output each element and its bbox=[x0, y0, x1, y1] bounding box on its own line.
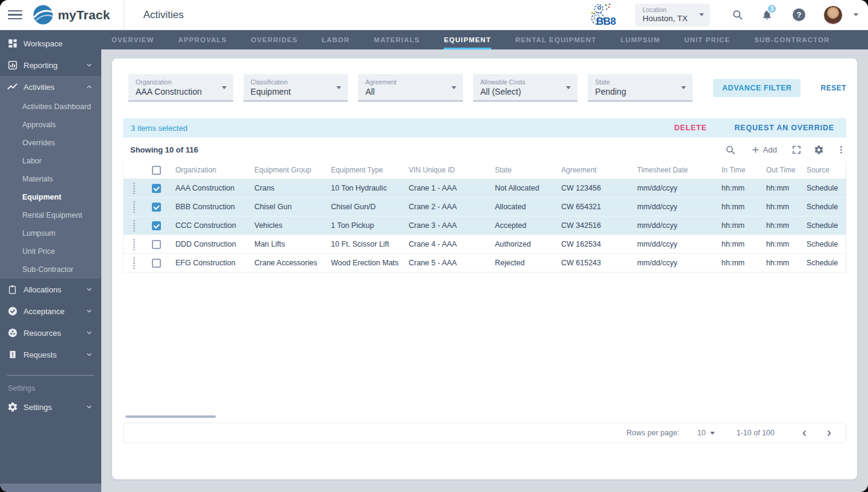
tab-lumpsum[interactable]: LUMPSUM bbox=[620, 30, 660, 49]
reset-button[interactable]: RESET bbox=[820, 84, 846, 92]
sidebar-item-allocations[interactable]: Allocations bbox=[0, 279, 101, 300]
tab-overview[interactable]: OVERVIEW bbox=[112, 30, 154, 49]
col-vin-unique-id[interactable]: VIN Unique ID bbox=[401, 166, 488, 174]
sidebar-subitem-label: Sub-Contractor bbox=[22, 265, 74, 274]
pagination-range: 1-10 of 100 bbox=[737, 429, 775, 437]
row-drag-handle-icon[interactable] bbox=[133, 257, 135, 270]
add-button-label: Add bbox=[763, 145, 777, 154]
sidebar-item-approvals[interactable]: Approvals bbox=[0, 116, 101, 134]
filter-allowable-costs[interactable]: Allowable CostsAll (Select) bbox=[473, 74, 578, 101]
row-checkbox[interactable] bbox=[152, 203, 161, 212]
row-checkbox[interactable] bbox=[152, 240, 161, 249]
row-drag-handle-icon[interactable] bbox=[133, 182, 135, 195]
col-source[interactable]: Source bbox=[799, 166, 846, 174]
col-organization[interactable]: Organization bbox=[168, 166, 247, 174]
cell-out-time: hh:mm bbox=[759, 221, 799, 230]
request-override-button[interactable]: REQUEST AN OVERRIDE bbox=[735, 124, 834, 132]
table-row[interactable]: AAA ConstructionCrans10 Ton HydraulicCra… bbox=[124, 179, 846, 198]
tab-sub-contractor[interactable]: SUB-CONTRACTOR bbox=[754, 30, 829, 49]
sidebar-item-settings[interactable]: Settings bbox=[0, 396, 101, 418]
sidebar-item-workspace[interactable]: Workspace bbox=[0, 33, 101, 54]
avatar[interactable] bbox=[823, 5, 843, 25]
horizontal-scrollbar[interactable] bbox=[125, 415, 216, 418]
row-checkbox[interactable] bbox=[152, 221, 161, 230]
tab-overrides[interactable]: OVERRIDES bbox=[251, 30, 298, 49]
chevron-down-icon bbox=[86, 351, 93, 358]
add-button[interactable]: Add bbox=[751, 145, 777, 154]
previous-page-button[interactable] bbox=[800, 429, 809, 438]
row-drag-handle-icon[interactable] bbox=[133, 219, 135, 232]
table-row[interactable]: BBB ConstructionChisel GunChisel Gun/DCr… bbox=[124, 198, 846, 216]
search-icon[interactable] bbox=[732, 9, 743, 20]
app-logo[interactable]: myTrack bbox=[33, 4, 110, 25]
filter-organization[interactable]: OrganizationAAA Construction bbox=[128, 74, 233, 101]
filters-row: OrganizationAAA ConstructionClassificati… bbox=[128, 74, 846, 101]
row-drag-handle-icon[interactable] bbox=[133, 201, 135, 213]
mytrack-logo-icon bbox=[33, 4, 54, 25]
notifications-bell-icon[interactable]: 3 bbox=[761, 9, 773, 20]
sidebar-item-overrides[interactable]: Overrides bbox=[0, 134, 101, 152]
table-row[interactable]: EFG ConstructionCrane AccessoriesWood Er… bbox=[124, 254, 846, 273]
sidebar-bottom-scrollbar[interactable] bbox=[0, 484, 101, 492]
selection-count: 3 items selected bbox=[131, 124, 187, 133]
sidebar-item-acceptance[interactable]: Acceptance bbox=[0, 300, 101, 322]
sidebar-subitem-label: Lumpsum bbox=[22, 229, 55, 238]
col-state[interactable]: State bbox=[488, 166, 554, 174]
table-summary: Showing 10 of 116 bbox=[130, 145, 198, 154]
tab-equipment[interactable]: EQUIPMENT bbox=[444, 30, 491, 49]
sidebar-item-lumpsum[interactable]: Lumpsum bbox=[0, 224, 101, 242]
page-title: Activities bbox=[143, 9, 184, 21]
select-all-checkbox[interactable] bbox=[152, 166, 161, 175]
table-search-icon[interactable] bbox=[725, 145, 735, 155]
row-checkbox[interactable] bbox=[152, 259, 161, 268]
sidebar-item-labor[interactable]: Labor bbox=[0, 152, 101, 170]
rows-per-page-select[interactable]: 10 bbox=[697, 429, 715, 437]
sidebar-item-rental-equipment[interactable]: Rental Equipment bbox=[0, 206, 101, 224]
cell-source: Schedule bbox=[799, 259, 846, 267]
filter-state[interactable]: StatePending bbox=[588, 74, 693, 101]
chevron-down-icon bbox=[86, 308, 93, 315]
hamburger-menu-icon[interactable] bbox=[8, 10, 22, 19]
tab-rental-equipment[interactable]: RENTAL EQUIPMENT bbox=[515, 30, 597, 49]
sidebar-item-reporting[interactable]: Reporting bbox=[0, 54, 101, 76]
sidebar-item-activities[interactable]: Activities bbox=[0, 76, 101, 98]
next-page-button[interactable] bbox=[825, 429, 834, 438]
profile-caret-icon[interactable] bbox=[854, 13, 858, 16]
delete-button[interactable]: DELETE bbox=[674, 124, 706, 132]
tab-materials[interactable]: MATERIALS bbox=[374, 30, 420, 49]
tab-unit-price[interactable]: UNIT PRICE bbox=[684, 30, 730, 49]
advance-filter-button[interactable]: ADVANCE FILTER bbox=[713, 79, 801, 97]
tab-approvals[interactable]: APPROVALS bbox=[178, 30, 227, 49]
sidebar-item-sub-contractor[interactable]: Sub-Contractor bbox=[0, 260, 101, 279]
plus-icon bbox=[751, 145, 760, 154]
sidebar-group-activities: ActivitiesActivities DashboardApprovalsO… bbox=[0, 76, 101, 279]
col-equipment-group[interactable]: Equipment Group bbox=[247, 166, 324, 174]
cell-equipment-group: Crans bbox=[247, 184, 324, 192]
fullscreen-icon[interactable] bbox=[791, 145, 802, 155]
col-agreement[interactable]: Agreement bbox=[554, 166, 630, 174]
sidebar-item-materials[interactable]: Materials bbox=[0, 170, 101, 188]
sidebar-item-activities-dashboard[interactable]: Activities Dashboard bbox=[0, 98, 101, 116]
col-out-time[interactable]: Out Time bbox=[759, 166, 799, 174]
sidebar-item-label: Allocations bbox=[24, 285, 61, 294]
col-in-time[interactable]: In Time bbox=[714, 166, 759, 174]
column-settings-gear-icon[interactable] bbox=[814, 145, 824, 155]
cell-organization: EFG Construction bbox=[168, 259, 247, 267]
help-icon[interactable] bbox=[793, 8, 805, 21]
sidebar-item-resources[interactable]: Resources bbox=[0, 322, 101, 344]
sidebar-item-unit-price[interactable]: Unit Price bbox=[0, 242, 101, 260]
location-select[interactable]: Location Houston, TX bbox=[635, 4, 710, 27]
cell-equipment-group: Vehicles bbox=[247, 221, 324, 230]
tab-labor[interactable]: LABOR bbox=[322, 30, 350, 49]
sidebar-item-equipment[interactable]: Equipment bbox=[0, 188, 101, 206]
row-checkbox[interactable] bbox=[152, 184, 161, 193]
table-row[interactable]: CCC ConstructionVehicles1 Ton PickupCran… bbox=[124, 216, 846, 235]
row-drag-handle-icon[interactable] bbox=[133, 238, 135, 251]
col-equipment-type[interactable]: Equipment Type bbox=[324, 166, 401, 174]
filter-classification[interactable]: ClassificationEquipment bbox=[244, 74, 348, 101]
filter-agreement[interactable]: AgreementAll bbox=[358, 74, 463, 101]
more-options-kebab-icon[interactable] bbox=[836, 145, 846, 155]
table-row[interactable]: DDD ConstructionMan Lifts10 Ft. Scissor … bbox=[124, 235, 846, 254]
col-timesheet-date[interactable]: Timesheet Date bbox=[630, 166, 714, 174]
sidebar-item-requests[interactable]: Requests bbox=[0, 344, 101, 365]
